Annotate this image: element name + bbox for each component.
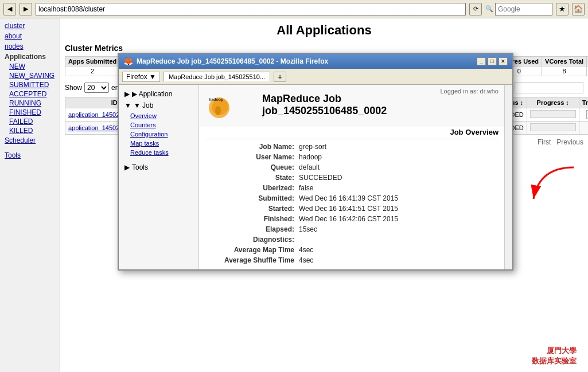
red-arrow-icon (516, 165, 585, 210)
avg-map-label: Average Map Time (205, 245, 297, 255)
uberized-value: false (297, 183, 499, 193)
modal-sidebar: ▶ ▶ Application ▼ ▼ Job Overview Counter… (119, 85, 199, 269)
sidebar-item-submitted[interactable]: SUBMITTED (0, 80, 60, 89)
search-input[interactable] (515, 82, 583, 93)
modal-sidebar-job[interactable]: ▼ ▼ Job (119, 100, 198, 111)
sidebar-item-nodes[interactable]: nodes (0, 41, 60, 52)
browser-chrome: ◀ ▶ ⟳ 🔍 ★ 🏠 (0, 0, 588, 18)
modal-restore-button[interactable]: □ (488, 57, 497, 65)
entries-select[interactable]: 20 50 100 (84, 83, 109, 93)
sidebar-item-about[interactable]: about (0, 31, 60, 41)
avg-shuffle-value: 4sec (297, 255, 499, 265)
col-progress: Progress ↕ (527, 97, 579, 108)
cell-progress (527, 122, 579, 135)
uberized-label: Uberized: (205, 183, 297, 193)
overview-section-title: Job Overview (205, 126, 499, 139)
state-label: State: (205, 173, 297, 183)
bookmarks-button[interactable]: ★ (556, 3, 568, 15)
modal-titlebar-left: 🦊 MapReduce Job job_1450255106485_0002 -… (123, 57, 328, 66)
watermark: 厦門大學 数据库实验室 (532, 346, 577, 366)
modal-window: 🦊 MapReduce Job job_1450255106485_0002 -… (118, 53, 513, 271)
overview-row: Diagnostics: (205, 234, 499, 245)
refresh-button[interactable]: ⟳ (469, 3, 482, 15)
sidebar-item-cluster[interactable]: cluster (0, 21, 60, 31)
modal-sidebar-configuration[interactable]: Configuration (119, 130, 198, 139)
modal-titlebar: 🦊 MapReduce Job job_1450255106485_0002 -… (119, 54, 512, 69)
job-name-label: Job Name: (205, 142, 297, 152)
new-tab-button[interactable]: + (274, 72, 286, 82)
overview-row: Submitted: Wed Dec 16 16:41:39 CST 2015 (205, 193, 499, 203)
overview-row: Finished: Wed Dec 16 16:42:06 CST 2015 (205, 214, 499, 224)
avg-shuffle-label: Average Shuffle Time (205, 255, 297, 265)
sidebar-section-applications: Applications (0, 52, 60, 62)
cell-tracking[interactable]: History (579, 108, 588, 122)
application-expand-icon: ▶ (124, 90, 130, 98)
sidebar-item-failed[interactable]: FAILED (0, 117, 60, 126)
content-area: All Applications Cluster Metrics Apps Su… (60, 18, 588, 372)
svg-text:hadoop: hadoop (209, 97, 223, 102)
modal-minimize-button[interactable]: _ (477, 57, 486, 65)
cell-progress (527, 108, 579, 122)
modal-content-inner: hadoop MapReduce Job job_1450255106485_0… (199, 85, 504, 269)
modal-close-button[interactable]: ✕ (499, 57, 508, 65)
sidebar-item-finished[interactable]: FINISHED (0, 108, 60, 117)
progress-bar (530, 123, 576, 131)
home-button[interactable]: 🏠 (572, 3, 585, 15)
firefox-label: Firefox (126, 73, 147, 81)
cell-tracking[interactable]: History (579, 122, 588, 135)
modal-header: hadoop MapReduce Job job_1450255106485_0… (199, 85, 504, 126)
pagination-first[interactable]: First (538, 138, 551, 146)
modal-scrollbar[interactable] (504, 85, 512, 269)
progress-bar (530, 110, 576, 118)
user-name-label: User Name: (205, 152, 297, 162)
main-container: cluster about nodes Applications NEW NEW… (0, 18, 588, 372)
col-apps-submitted: Apps Submitted (65, 57, 120, 66)
elapsed-label: Elapsed: (205, 224, 297, 234)
modal-toolbar: Firefox ▼ MapReduce Job job_145025510...… (119, 69, 512, 85)
overview-row: Elapsed: 15sec (205, 224, 499, 234)
forward-button[interactable]: ▶ (20, 3, 32, 15)
submitted-value: Wed Dec 16 16:41:39 CST 2015 (297, 193, 499, 203)
elapsed-value: 15sec (297, 224, 499, 234)
overview-row: State: SUCCEEDED (205, 173, 499, 183)
search-bar[interactable] (495, 3, 552, 15)
finished-value: Wed Dec 16 16:42:06 CST 2015 (297, 214, 499, 224)
sidebar-item-accepted[interactable]: ACCEPTED (0, 89, 60, 99)
modal-sidebar-tools[interactable]: ▶ Tools (119, 162, 198, 173)
sidebar-item-new[interactable]: NEW (0, 62, 60, 71)
modal-sidebar-map-tasks[interactable]: Map tasks (119, 139, 198, 148)
job-name-value: grep-sort (297, 142, 499, 152)
watermark-line2: 数据库实验室 (532, 356, 577, 366)
back-button[interactable]: ◀ (3, 3, 16, 15)
col-tracking-ui: Tracking UI (579, 97, 588, 108)
job-title-line2: job_1450255106485_0002 (262, 105, 387, 117)
sidebar-item-new-saving[interactable]: NEW_SAVING (0, 71, 60, 80)
job-overview: Job Overview Job Name: grep-sort User Na… (199, 126, 504, 269)
user-name-value: hadoop (297, 152, 499, 162)
modal-sidebar-counters[interactable]: Counters (119, 120, 198, 130)
svg-point-3 (215, 106, 221, 115)
pagination-prev[interactable]: Previous (556, 138, 583, 146)
modal-tab[interactable]: MapReduce Job job_145025510... (163, 72, 270, 81)
queue-label: Queue: (205, 162, 297, 173)
job-label: ▼ Job (134, 101, 154, 109)
cluster-metrics-title: Cluster Metrics (65, 44, 583, 53)
overview-row: Uberized: false (205, 183, 499, 193)
firefox-menu-button[interactable]: Firefox ▼ (122, 72, 160, 82)
sidebar-item-running[interactable]: RUNNING (0, 99, 60, 108)
tools-expand-icon: ▶ (124, 163, 130, 171)
modal-sidebar-overview[interactable]: Overview (119, 111, 198, 120)
address-bar[interactable] (36, 3, 466, 15)
col-vcores-total: VCores Total (542, 57, 587, 66)
sidebar-item-scheduler[interactable]: Scheduler (0, 135, 60, 146)
sidebar-item-killed[interactable]: KILLED (0, 126, 60, 135)
modal-sidebar-reduce-tasks[interactable]: Reduce tasks (119, 148, 198, 157)
modal-body: ▶ ▶ Application ▼ ▼ Job Overview Counter… (119, 85, 512, 269)
submitted-label: Submitted: (205, 193, 297, 203)
sidebar-item-tools[interactable]: Tools (0, 150, 60, 160)
modal-title: MapReduce Job job_1450255106485_0002 - M… (137, 57, 328, 65)
modal-job-title: MapReduce Job job_1450255106485_0002 (262, 93, 387, 117)
overview-row: Job Name: grep-sort (205, 142, 499, 152)
modal-window-buttons: _ □ ✕ (477, 57, 508, 65)
modal-sidebar-application[interactable]: ▶ ▶ Application (119, 88, 198, 100)
